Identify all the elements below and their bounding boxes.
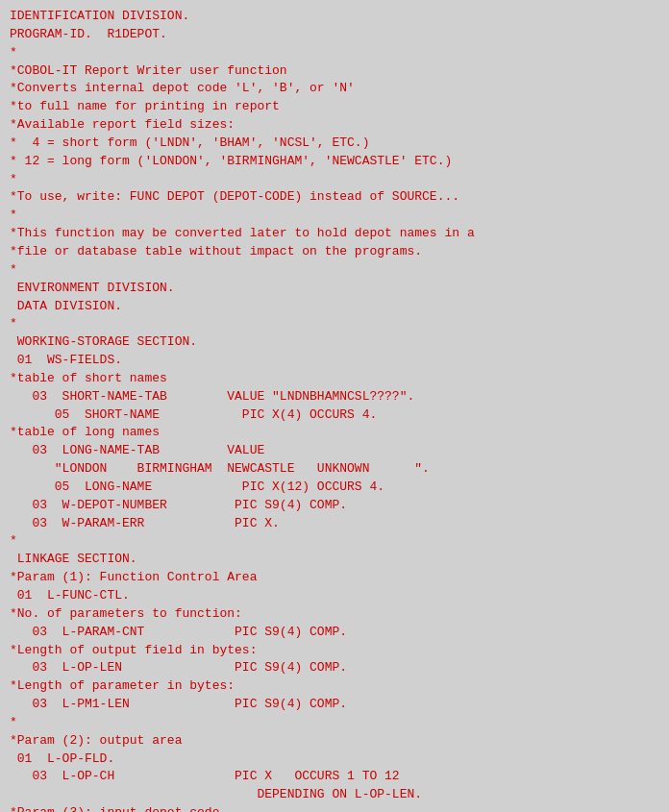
code-line: *This function may be converted later to…: [10, 225, 659, 243]
code-line: *Param (1): Function Control Area: [10, 569, 659, 587]
code-line: *Available report field sizes:: [10, 116, 659, 135]
code-line: "LONDON BIRMINGHAM NEWCASTLE UNKNOWN ".: [10, 460, 659, 479]
code-line: 03 LONG-NAME-TAB VALUE: [10, 442, 659, 460]
code-line: 01 L-OP-FLD.: [10, 750, 659, 769]
code-line: 01 L-FUNC-CTL.: [10, 587, 659, 605]
code-line: *To use, write: FUNC DEPOT (DEPOT-CODE) …: [10, 188, 659, 207]
code-line: *to full name for printing in report: [10, 98, 659, 116]
code-line: *Converts internal depot code 'L', 'B', …: [10, 80, 659, 98]
code-line: IDENTIFICATION DIVISION.: [10, 8, 659, 26]
code-line: 05 LONG-NAME PIC X(12) OCCURS 4.: [10, 479, 659, 497]
code-line: 03 L-OP-CH PIC X OCCURS 1 TO 12: [10, 768, 659, 786]
code-line: * 4 = short form ('LNDN', 'BHAM', 'NCSL'…: [10, 135, 659, 153]
code-line: ENVIRONMENT DIVISION.: [10, 280, 659, 298]
code-line: *COBOL-IT Report Writer user function: [10, 62, 659, 81]
code-line: *: [10, 207, 659, 225]
code-line: DATA DIVISION.: [10, 298, 659, 316]
code-line: *Length of parameter in bytes:: [10, 677, 659, 696]
code-line: 03 L-PM1-LEN PIC S9(4) COMP.: [10, 696, 659, 714]
code-line: *: [10, 714, 659, 732]
code-line: *: [10, 532, 659, 551]
code-line: *No. of parameters to function:: [10, 605, 659, 624]
code-line: 03 L-OP-LEN PIC S9(4) COMP.: [10, 659, 659, 677]
code-line: 05 SHORT-NAME PIC X(4) OCCURS 4.: [10, 406, 659, 425]
code-line: 03 L-PARAM-CNT PIC S9(4) COMP.: [10, 624, 659, 642]
code-line: 03 SHORT-NAME-TAB VALUE "LNDNBHAMNCSL???…: [10, 388, 659, 406]
code-line: *Param (3): input depot code: [10, 804, 659, 812]
code-line: *table of short names: [10, 370, 659, 388]
code-line: *: [10, 261, 659, 280]
code-line: *: [10, 44, 659, 62]
code-line: *file or database table without impact o…: [10, 243, 659, 261]
code-line: *Param (2): output area: [10, 732, 659, 750]
code-line: *table of long names: [10, 424, 659, 442]
code-line: 03 W-PARAM-ERR PIC X.: [10, 515, 659, 533]
code-line: *: [10, 315, 659, 333]
code-line: *: [10, 171, 659, 189]
code-line: WORKING-STORAGE SECTION.: [10, 333, 659, 352]
code-line: 03 W-DEPOT-NUMBER PIC S9(4) COMP.: [10, 497, 659, 515]
code-line: DEPENDING ON L-OP-LEN.: [10, 786, 659, 804]
code-line: LINKAGE SECTION.: [10, 551, 659, 569]
code-line: 01 WS-FIELDS.: [10, 352, 659, 370]
code-line: * 12 = long form ('LONDON', 'BIRMINGHAM'…: [10, 153, 659, 171]
code-line: *Length of output field in bytes:: [10, 642, 659, 660]
code-container: IDENTIFICATION DIVISION.PROGRAM-ID. R1DE…: [10, 8, 659, 812]
code-line: PROGRAM-ID. R1DEPOT.: [10, 26, 659, 44]
